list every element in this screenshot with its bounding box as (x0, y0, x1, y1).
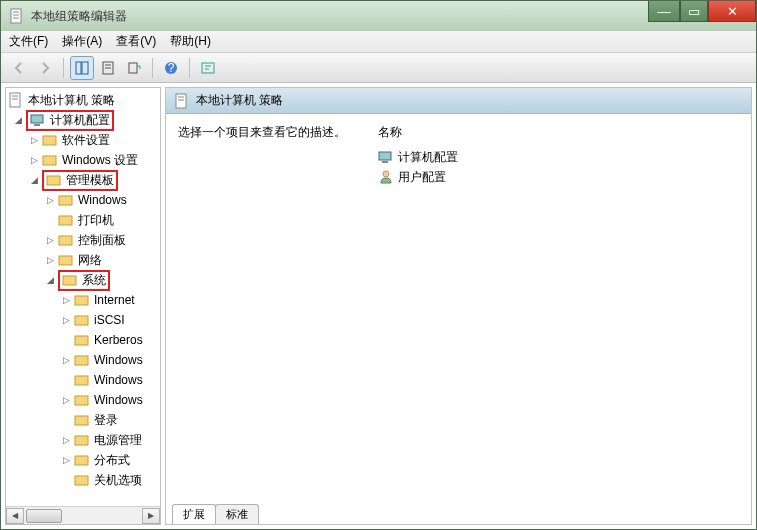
tree-item-kerberos[interactable]: Kerberos (6, 330, 160, 350)
folder-icon (58, 252, 74, 268)
scroll-right-icon[interactable]: ▶ (142, 508, 160, 524)
expander-closed-icon[interactable]: ▷ (60, 434, 72, 446)
window-controls: — ▭ ✕ (648, 1, 756, 22)
tree-item-power[interactable]: ▷ 电源管理 (6, 430, 160, 450)
column-name: 名称 (378, 124, 402, 141)
expander-closed-icon[interactable]: ▷ (28, 154, 40, 166)
tree-item-control-panel[interactable]: ▷ 控制面板 (6, 230, 160, 250)
svg-rect-39 (379, 152, 391, 160)
folder-icon (58, 232, 74, 248)
scrollbar-thumb[interactable] (26, 509, 62, 523)
close-button[interactable]: ✕ (708, 1, 756, 22)
content-title: 本地计算机 策略 (196, 92, 283, 109)
minimize-button[interactable]: — (648, 1, 680, 22)
tree-label: 关机选项 (94, 472, 142, 489)
tree-label: Windows (78, 193, 127, 207)
expander-closed-icon[interactable]: ▷ (28, 134, 40, 146)
svg-rect-20 (47, 176, 60, 185)
expander-closed-icon[interactable]: ▷ (60, 394, 72, 406)
properties-button[interactable] (96, 56, 120, 80)
list-item-user-config[interactable]: 用户配置 (378, 167, 739, 187)
tree-item-software-settings[interactable]: ▷ 软件设置 (6, 130, 160, 150)
tree-item-internet[interactable]: ▷ Internet (6, 290, 160, 310)
list-item-label: 计算机配置 (398, 149, 458, 166)
expander-spacer (60, 414, 72, 426)
tree-item-printer[interactable]: 打印机 (6, 210, 160, 230)
svg-rect-33 (75, 436, 88, 445)
tree-panel: 本地计算机 策略 ◢ 计算机配置 ▷ 软件设置 ▷ W (5, 87, 161, 525)
tree-item-windows-c2[interactable]: Windows (6, 370, 160, 390)
menu-help[interactable]: 帮助(H) (170, 33, 211, 50)
svg-rect-4 (76, 62, 81, 74)
forward-button (33, 56, 57, 80)
svg-rect-27 (75, 316, 88, 325)
expander-closed-icon[interactable]: ▷ (44, 254, 56, 266)
tab-standard[interactable]: 标准 (215, 504, 259, 524)
tree-label: Windows (94, 373, 143, 387)
tree-root[interactable]: 本地计算机 策略 (6, 90, 160, 110)
svg-rect-35 (75, 476, 88, 485)
list-header[interactable]: 名称 (378, 124, 739, 147)
expander-open-icon[interactable]: ◢ (44, 274, 56, 286)
tree-label: 电源管理 (94, 432, 142, 449)
description-text: 选择一个项目来查看它的描述。 (178, 125, 346, 139)
list-item-computer-config[interactable]: 计算机配置 (378, 147, 739, 167)
horizontal-scrollbar[interactable]: ◀ ▶ (6, 506, 160, 524)
expander-closed-icon[interactable]: ▷ (44, 194, 56, 206)
tree-item-windows-settings[interactable]: ▷ Windows 设置 (6, 150, 160, 170)
tree-label: 网络 (78, 252, 102, 269)
gpedit-window: 本地组策略编辑器 — ▭ ✕ 文件(F) 操作(A) 查看(V) 帮助(H) ?… (0, 0, 757, 530)
svg-rect-30 (75, 376, 88, 385)
maximize-button[interactable]: ▭ (680, 1, 708, 22)
toolbar-separator (152, 58, 153, 78)
tree-item-admin-templates[interactable]: ◢ 管理模板 (6, 170, 160, 190)
tree-item-dfs[interactable]: ▷ 分布式 (6, 450, 160, 470)
folder-icon (74, 432, 90, 448)
export-button[interactable] (122, 56, 146, 80)
policy-icon (8, 92, 24, 108)
tree-item-windows-c1[interactable]: ▷ Windows (6, 350, 160, 370)
policy-icon (174, 93, 190, 109)
tree-item-network[interactable]: ▷ 网络 (6, 250, 160, 270)
folder-icon (58, 212, 74, 228)
expander-open-icon[interactable]: ◢ (12, 114, 24, 126)
svg-rect-5 (82, 62, 88, 74)
annotation-highlight: 系统 (58, 270, 110, 291)
folder-icon (74, 332, 90, 348)
expander-closed-icon[interactable]: ▷ (60, 354, 72, 366)
content-tabs: 扩展 标准 (166, 502, 751, 524)
svg-rect-12 (202, 63, 214, 73)
tree-scroll[interactable]: 本地计算机 策略 ◢ 计算机配置 ▷ 软件设置 ▷ W (6, 88, 160, 506)
expander-closed-icon[interactable]: ▷ (44, 234, 56, 246)
tree-item-iscsi[interactable]: ▷ iSCSI (6, 310, 160, 330)
tab-extended[interactable]: 扩展 (172, 504, 216, 524)
tree-item-computer-config[interactable]: ◢ 计算机配置 (6, 110, 160, 130)
folder-icon (62, 272, 78, 288)
scroll-left-icon[interactable]: ◀ (6, 508, 24, 524)
menu-action[interactable]: 操作(A) (62, 33, 102, 50)
tree-label: 打印机 (78, 212, 114, 229)
expander-closed-icon[interactable]: ▷ (60, 294, 72, 306)
content-header: 本地计算机 策略 (166, 88, 751, 114)
tree-item-windows[interactable]: ▷ Windows (6, 190, 160, 210)
expander-closed-icon[interactable]: ▷ (60, 314, 72, 326)
tree-item-logon[interactable]: 登录 (6, 410, 160, 430)
menu-view[interactable]: 查看(V) (116, 33, 156, 50)
filter-button[interactable] (196, 56, 220, 80)
expander-spacer (60, 374, 72, 386)
tree-item-windows-c3[interactable]: ▷ Windows (6, 390, 160, 410)
tree-item-shutdown[interactable]: 关机选项 (6, 470, 160, 490)
titlebar[interactable]: 本地组策略编辑器 — ▭ ✕ (1, 1, 756, 31)
show-tree-button[interactable] (70, 56, 94, 80)
help-button[interactable]: ? (159, 56, 183, 80)
svg-rect-25 (63, 276, 76, 285)
svg-rect-19 (43, 156, 56, 165)
expander-closed-icon[interactable]: ▷ (60, 454, 72, 466)
tree-item-system[interactable]: ◢ 系统 (6, 270, 160, 290)
svg-rect-31 (75, 396, 88, 405)
svg-rect-29 (75, 356, 88, 365)
tree-label: 登录 (94, 412, 118, 429)
menu-file[interactable]: 文件(F) (9, 33, 48, 50)
folder-icon (74, 392, 90, 408)
expander-open-icon[interactable]: ◢ (28, 174, 40, 186)
